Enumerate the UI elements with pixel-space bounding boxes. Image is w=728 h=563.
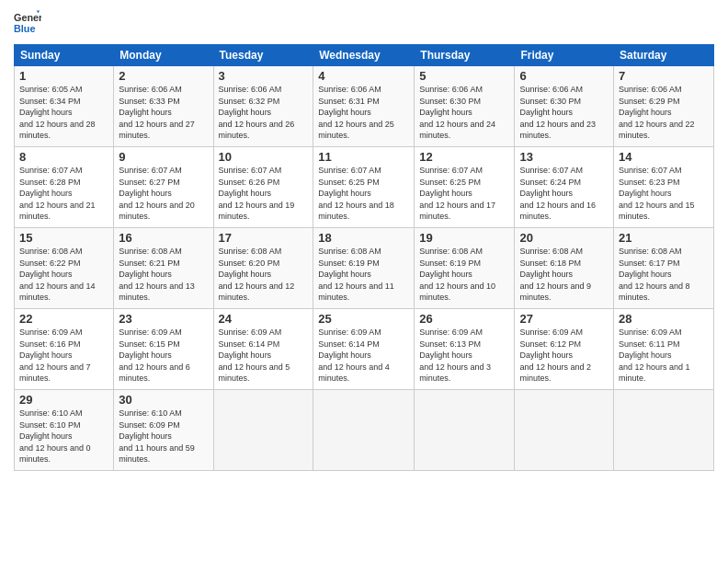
day-cell-1: 1 Sunrise: 6:05 AM Sunset: 6:34 PM Dayli… [15,66,114,147]
header: General Blue [14,9,714,37]
day-cell-13: 13 Sunrise: 6:07 AM Sunset: 6:24 PM Dayl… [515,147,614,228]
weekday-monday: Monday [114,45,213,66]
day-number: 2 [119,69,208,83]
day-cell-2: 2 Sunrise: 6:06 AM Sunset: 6:33 PM Dayli… [114,66,213,147]
day-info: Sunrise: 6:06 AM Sunset: 6:30 PM Dayligh… [519,84,609,142]
day-cell-4: 4 Sunrise: 6:06 AM Sunset: 6:31 PM Dayli… [313,66,415,147]
day-number: 26 [419,312,509,326]
day-info: Sunrise: 6:09 AM Sunset: 6:16 PM Dayligh… [19,327,108,385]
day-number: 14 [619,150,709,164]
weekday-header-row: SundayMondayTuesdayWednesdayThursdayFrid… [15,45,714,66]
week-row-5: 29 Sunrise: 6:10 AM Sunset: 6:10 PM Dayl… [15,390,714,471]
day-info: Sunrise: 6:08 AM Sunset: 6:18 PM Dayligh… [519,246,609,304]
day-info: Sunrise: 6:07 AM Sunset: 6:25 PM Dayligh… [419,165,509,223]
day-cell-25: 25 Sunrise: 6:09 AM Sunset: 6:14 PM Dayl… [313,309,415,390]
day-info: Sunrise: 6:06 AM Sunset: 6:33 PM Dayligh… [119,84,208,142]
empty-cell [515,390,614,471]
day-number: 6 [519,69,609,83]
day-number: 30 [119,393,208,407]
day-number: 7 [619,69,709,83]
day-number: 21 [619,231,709,245]
day-info: Sunrise: 6:06 AM Sunset: 6:29 PM Dayligh… [619,84,709,142]
empty-cell [415,390,515,471]
day-number: 18 [318,231,409,245]
day-number: 22 [19,312,108,326]
day-number: 1 [19,69,108,83]
page: General Blue SundayMondayTuesdayWednesda… [0,0,728,563]
day-number: 29 [19,393,108,407]
day-info: Sunrise: 6:10 AM Sunset: 6:10 PM Dayligh… [19,408,108,465]
week-row-2: 8 Sunrise: 6:07 AM Sunset: 6:28 PM Dayli… [15,147,714,228]
day-cell-5: 5 Sunrise: 6:06 AM Sunset: 6:30 PM Dayli… [415,66,515,147]
day-cell-19: 19 Sunrise: 6:08 AM Sunset: 6:19 PM Dayl… [415,228,515,309]
svg-text:Blue: Blue [14,23,35,34]
day-cell-22: 22 Sunrise: 6:09 AM Sunset: 6:16 PM Dayl… [15,309,114,390]
day-info: Sunrise: 6:09 AM Sunset: 6:12 PM Dayligh… [519,327,609,385]
day-number: 25 [318,312,409,326]
weekday-wednesday: Wednesday [313,45,415,66]
day-cell-7: 7 Sunrise: 6:06 AM Sunset: 6:29 PM Dayli… [614,66,714,147]
day-cell-29: 29 Sunrise: 6:10 AM Sunset: 6:10 PM Dayl… [15,390,114,471]
day-cell-6: 6 Sunrise: 6:06 AM Sunset: 6:30 PM Dayli… [515,66,614,147]
day-info: Sunrise: 6:07 AM Sunset: 6:23 PM Dayligh… [619,165,709,223]
day-info: Sunrise: 6:07 AM Sunset: 6:26 PM Dayligh… [219,165,309,223]
day-cell-14: 14 Sunrise: 6:07 AM Sunset: 6:23 PM Dayl… [614,147,714,228]
day-number: 20 [519,231,609,245]
calendar-table: SundayMondayTuesdayWednesdayThursdayFrid… [14,44,714,471]
day-number: 17 [219,231,309,245]
weekday-saturday: Saturday [614,45,714,66]
week-row-3: 15 Sunrise: 6:08 AM Sunset: 6:22 PM Dayl… [15,228,714,309]
day-cell-26: 26 Sunrise: 6:09 AM Sunset: 6:13 PM Dayl… [415,309,515,390]
day-number: 12 [419,150,509,164]
day-number: 8 [19,150,108,164]
day-number: 28 [619,312,709,326]
day-cell-10: 10 Sunrise: 6:07 AM Sunset: 6:26 PM Dayl… [213,147,313,228]
day-info: Sunrise: 6:10 AM Sunset: 6:09 PM Dayligh… [119,408,208,465]
day-cell-11: 11 Sunrise: 6:07 AM Sunset: 6:25 PM Dayl… [313,147,415,228]
day-cell-15: 15 Sunrise: 6:08 AM Sunset: 6:22 PM Dayl… [15,228,114,309]
day-cell-3: 3 Sunrise: 6:06 AM Sunset: 6:32 PM Dayli… [213,66,313,147]
day-cell-12: 12 Sunrise: 6:07 AM Sunset: 6:25 PM Dayl… [415,147,515,228]
day-cell-16: 16 Sunrise: 6:08 AM Sunset: 6:21 PM Dayl… [114,228,213,309]
day-number: 5 [419,69,509,83]
empty-cell [313,390,415,471]
day-info: Sunrise: 6:09 AM Sunset: 6:13 PM Dayligh… [419,327,509,385]
logo-icon: General Blue [14,9,41,37]
day-info: Sunrise: 6:07 AM Sunset: 6:27 PM Dayligh… [119,165,208,223]
day-info: Sunrise: 6:09 AM Sunset: 6:15 PM Dayligh… [119,327,208,385]
day-info: Sunrise: 6:06 AM Sunset: 6:30 PM Dayligh… [419,84,509,142]
day-info: Sunrise: 6:07 AM Sunset: 6:25 PM Dayligh… [318,165,409,223]
day-number: 13 [519,150,609,164]
day-number: 11 [318,150,409,164]
day-info: Sunrise: 6:06 AM Sunset: 6:31 PM Dayligh… [318,84,409,142]
day-cell-23: 23 Sunrise: 6:09 AM Sunset: 6:15 PM Dayl… [114,309,213,390]
day-info: Sunrise: 6:08 AM Sunset: 6:22 PM Dayligh… [19,246,108,304]
day-cell-21: 21 Sunrise: 6:08 AM Sunset: 6:17 PM Dayl… [614,228,714,309]
day-info: Sunrise: 6:08 AM Sunset: 6:17 PM Dayligh… [619,246,709,304]
week-row-4: 22 Sunrise: 6:09 AM Sunset: 6:16 PM Dayl… [15,309,714,390]
day-info: Sunrise: 6:07 AM Sunset: 6:28 PM Dayligh… [19,165,108,223]
day-cell-30: 30 Sunrise: 6:10 AM Sunset: 6:09 PM Dayl… [114,390,213,471]
day-info: Sunrise: 6:08 AM Sunset: 6:21 PM Dayligh… [119,246,208,304]
day-cell-24: 24 Sunrise: 6:09 AM Sunset: 6:14 PM Dayl… [213,309,313,390]
day-cell-20: 20 Sunrise: 6:08 AM Sunset: 6:18 PM Dayl… [515,228,614,309]
day-info: Sunrise: 6:09 AM Sunset: 6:14 PM Dayligh… [219,327,309,385]
day-info: Sunrise: 6:07 AM Sunset: 6:24 PM Dayligh… [519,165,609,223]
day-number: 24 [219,312,309,326]
empty-cell [213,390,313,471]
weekday-tuesday: Tuesday [213,45,313,66]
svg-text:General: General [14,12,41,23]
weekday-friday: Friday [515,45,614,66]
day-cell-9: 9 Sunrise: 6:07 AM Sunset: 6:27 PM Dayli… [114,147,213,228]
day-cell-27: 27 Sunrise: 6:09 AM Sunset: 6:12 PM Dayl… [515,309,614,390]
day-info: Sunrise: 6:08 AM Sunset: 6:20 PM Dayligh… [219,246,309,304]
day-cell-17: 17 Sunrise: 6:08 AM Sunset: 6:20 PM Dayl… [213,228,313,309]
day-info: Sunrise: 6:06 AM Sunset: 6:32 PM Dayligh… [219,84,309,142]
day-number: 3 [219,69,309,83]
day-number: 16 [119,231,208,245]
day-number: 23 [119,312,208,326]
day-number: 15 [19,231,108,245]
day-cell-8: 8 Sunrise: 6:07 AM Sunset: 6:28 PM Dayli… [15,147,114,228]
day-number: 4 [318,69,409,83]
day-number: 9 [119,150,208,164]
